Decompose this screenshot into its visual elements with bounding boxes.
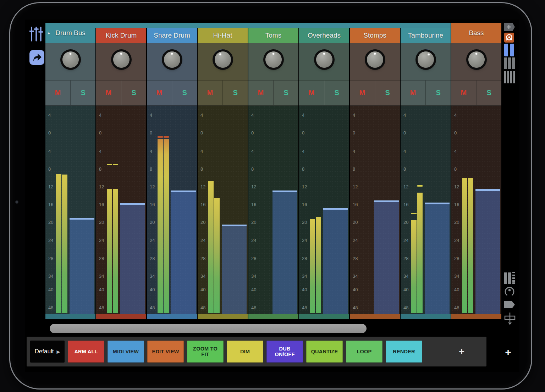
mute-button[interactable]: M xyxy=(350,81,375,105)
db-scale-label: 12 xyxy=(251,184,256,189)
disclosure-arrow-icon[interactable]: ▸ xyxy=(48,31,50,35)
toolbar-add-button[interactable]: + xyxy=(459,346,483,357)
solo-button[interactable]: S xyxy=(477,81,502,105)
volume-fader[interactable] xyxy=(425,203,450,314)
solo-button[interactable]: S xyxy=(121,81,147,105)
mute-button[interactable]: M xyxy=(198,81,223,105)
fader-cap xyxy=(222,225,247,226)
channel-header-button[interactable]: ▸ Drum Bus xyxy=(45,23,95,43)
solo-button[interactable]: S xyxy=(172,81,197,105)
pan-knob[interactable] xyxy=(314,49,335,70)
pan-knob[interactable] xyxy=(213,49,233,70)
db-scale-label: 20 xyxy=(48,220,53,225)
peak-hold-indicator xyxy=(107,164,112,165)
channel-color-strip xyxy=(45,314,95,319)
db-scale-label: 40 xyxy=(454,287,459,292)
toolbar-button-quantize[interactable]: QUANTIZE xyxy=(306,341,343,363)
solo-button[interactable]: S xyxy=(324,81,349,105)
mute-solo-row: M S xyxy=(45,80,95,106)
toolbar-button-edit-view[interactable]: EDIT VIEW xyxy=(147,341,184,363)
mute-button[interactable]: M xyxy=(45,81,71,105)
share-button[interactable] xyxy=(29,50,44,65)
meter-area: 40481216202428344048 xyxy=(451,106,501,314)
channel-header-button[interactable]: Tambourine xyxy=(401,28,451,43)
volume-fader[interactable] xyxy=(171,191,196,314)
horizontal-scrollbar[interactable] xyxy=(50,324,367,333)
toolbar-button-loop[interactable]: LOOP xyxy=(346,341,382,363)
volume-fader[interactable] xyxy=(272,191,297,314)
toolbar-button-arm-all[interactable]: ARM ALL xyxy=(68,341,104,363)
db-scale-label: 20 xyxy=(150,220,155,225)
toolbar-button-render[interactable]: RENDER xyxy=(386,341,422,363)
solo-button[interactable]: S xyxy=(426,81,451,105)
db-scale-label: 12 xyxy=(48,184,53,189)
db-scale-label: 24 xyxy=(353,238,358,243)
mute-button[interactable]: M xyxy=(401,81,426,105)
solo-button[interactable]: S xyxy=(375,81,400,105)
channel-header-button[interactable]: Stomps xyxy=(350,28,400,43)
toolbar-button-dim[interactable]: DIM xyxy=(227,341,263,363)
channel-name: Overheads xyxy=(308,32,341,39)
left-rail xyxy=(25,20,45,372)
toolbar-button-zoom-to-fit[interactable]: ZOOM TO FIT xyxy=(187,341,224,363)
flag-icon[interactable] xyxy=(504,301,515,310)
toolbar-button-midi-view[interactable]: MIDI VIEW xyxy=(108,341,144,363)
channel-header-button[interactable]: Bass xyxy=(451,23,501,43)
volume-fader[interactable] xyxy=(374,200,399,314)
insert-fader-icon[interactable] xyxy=(504,313,516,327)
mixer-4bars-icon[interactable] xyxy=(504,71,515,85)
add-toolbar-button[interactable]: + xyxy=(500,344,516,360)
volume-fader[interactable] xyxy=(120,203,145,314)
add-flag-icon[interactable] xyxy=(504,23,515,32)
pan-knob[interactable] xyxy=(111,49,132,70)
channel-header: Tambourine xyxy=(401,23,451,43)
knob-icon[interactable] xyxy=(504,286,515,298)
volume-fader[interactable] xyxy=(70,218,94,314)
pan-knob[interactable] xyxy=(365,49,385,70)
channel-header-button[interactable]: Hi-Hat xyxy=(198,28,248,43)
knob-cap xyxy=(468,51,485,68)
volume-fader[interactable] xyxy=(222,225,247,314)
solo-button[interactable]: S xyxy=(71,81,96,105)
solo-button[interactable]: S xyxy=(274,81,299,105)
mute-button[interactable]: M xyxy=(451,81,477,105)
record-instrument-icon[interactable] xyxy=(504,33,514,44)
db-scale-label: 48 xyxy=(150,305,155,310)
mute-button[interactable]: M xyxy=(96,81,121,105)
channel-color-strip xyxy=(147,314,197,319)
db-scale-label: 34 xyxy=(302,273,307,278)
pause-icon[interactable] xyxy=(504,44,514,58)
db-scale-label: 12 xyxy=(403,184,408,189)
db-scale-label: 28 xyxy=(48,255,53,261)
mixer-channel: Snare Drum M S 404812162024 xyxy=(147,23,197,319)
channel-header-button[interactable]: Overheads xyxy=(299,28,349,43)
pan-knob[interactable] xyxy=(263,49,284,70)
channel-header-button[interactable]: Kick Drum xyxy=(96,28,146,43)
volume-fader[interactable] xyxy=(475,189,500,314)
meter-area: 40481216202428344048 xyxy=(350,106,400,314)
channel-strips-icon[interactable] xyxy=(504,272,515,285)
mixer-channel: Overheads M S 4048121620242 xyxy=(299,23,349,319)
bottom-toolbar: Default ▶ ARM ALLMIDI VIEWEDIT VIEWZOOM … xyxy=(27,337,486,366)
channel-header-button[interactable]: Snare Drum xyxy=(147,28,197,43)
db-scale-label: 0 xyxy=(251,130,254,135)
channel-color-strip xyxy=(198,314,248,319)
preset-button[interactable]: Default ▶ xyxy=(30,341,65,363)
pan-knob[interactable] xyxy=(162,49,182,70)
solo-button[interactable]: S xyxy=(223,81,248,105)
channel-header-button[interactable]: Toms xyxy=(248,28,298,43)
mute-button[interactable]: M xyxy=(147,81,172,105)
mute-button[interactable]: M xyxy=(248,81,274,105)
db-scale-label: 34 xyxy=(200,273,205,278)
pan-knob[interactable] xyxy=(60,49,81,70)
mute-button[interactable]: M xyxy=(299,81,324,105)
pan-knob[interactable] xyxy=(415,49,436,70)
db-scale-label: 24 xyxy=(150,238,155,243)
toolbar-button-dub-on-off[interactable]: DUB ON/OFF xyxy=(266,341,303,363)
db-scale-label: 28 xyxy=(353,255,358,261)
mixer-3bars-icon[interactable] xyxy=(504,57,515,70)
pan-knob[interactable] xyxy=(466,49,487,70)
db-scale-label: 8 xyxy=(99,166,101,172)
volume-fader[interactable] xyxy=(323,208,348,314)
mixer-sliders-icon[interactable] xyxy=(29,27,43,43)
